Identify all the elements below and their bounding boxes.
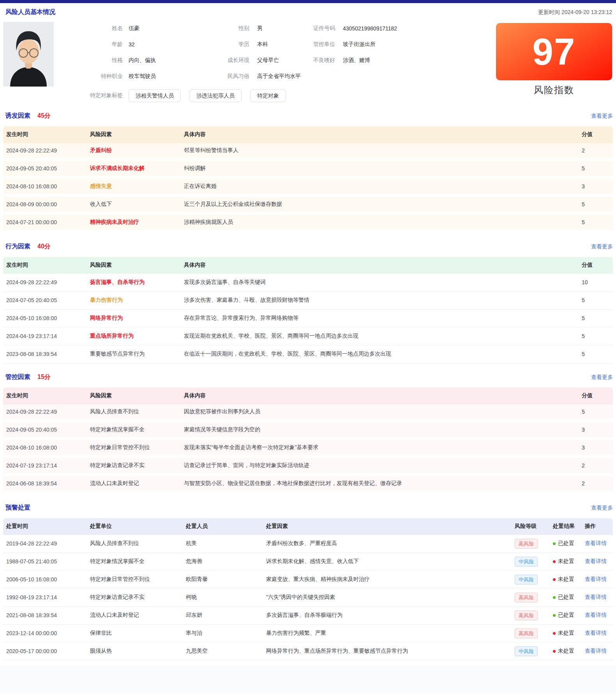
table-header-row: 发生时间 风险因素 具体内容 分值 (3, 388, 613, 404)
view-more-link[interactable]: 查看更多 (591, 374, 613, 381)
cell-score: 5 (582, 409, 613, 415)
special-object-tag: 涉相关警情人员 (129, 89, 181, 102)
cell-score: 5 (582, 333, 613, 339)
cell-time: 2024-09-05 20:40:05 (3, 165, 90, 172)
field-label: 证件号码 (312, 25, 335, 32)
profile-fields-col1: 姓名 伍豪 年龄 32 性格 内向、偏执 特种职业 (70, 20, 203, 84)
view-detail-link[interactable]: 查看详情 (585, 576, 607, 582)
risk-level-badge: 中风险 (515, 575, 538, 584)
view-more-link[interactable]: 查看更多 (591, 113, 613, 120)
cell-unit: 流动人口未及时登记 (90, 612, 186, 619)
view-detail-link[interactable]: 查看详情 (585, 648, 607, 654)
status-dot-icon (553, 560, 556, 563)
cell-detail: 存在异常言论、异常搜索行为、异常网络购物等 (184, 315, 582, 322)
risk-index-panel: 97 风险指数 (496, 23, 612, 96)
table-row: 2023-12-14 00:00:00 保律非比 率与治 暴力伤害行为频繁、严重… (3, 625, 613, 643)
col-header-time: 处置时间 (3, 523, 90, 530)
table-row: 2024-08-09 00:00:00 收入低下 近三个月及以上无公积金或社保缴… (3, 197, 613, 215)
cell-unit: 眼须从热 (90, 648, 186, 655)
cell-time: 2024-06-08 18:39:54 (3, 480, 90, 487)
cell-unit: 保律非比 (90, 630, 186, 637)
cell-unit: 特定对象情况掌握不全 (90, 558, 186, 565)
table-row: 1988-07-05 21:40:05 特定对象情况掌握不全 危海善 诉求长期未… (3, 553, 613, 571)
table-row: 2023-08-08 18:39:54 重要敏感节点异常行为 在临近十一国庆期间… (3, 345, 613, 363)
cell-detail: 涉多次伤害、家庭暴力、斗殴、故意损毁财物等警情 (184, 297, 582, 304)
view-detail-link[interactable]: 查看详情 (585, 540, 607, 546)
cell-result: 未处置 (553, 558, 585, 565)
cell-factor: 暴力伤害行为频繁、严重 (266, 630, 515, 637)
field-value: 430502199809171182 (343, 25, 397, 32)
cell-time: 2024-08-10 16:08:00 (3, 183, 90, 189)
cell-result: 未处置 (553, 648, 585, 655)
profile-fields-col3: 证件号码 430502199809171182 管控单位 坡子街派出所 不良嗜好… (312, 20, 397, 84)
col-header-action: 操作 (585, 523, 613, 530)
profile-field: 性格 内向、偏执 (70, 52, 203, 68)
cell-risk-level: 中风险 (515, 646, 553, 656)
risk-level-badge: 中风险 (515, 557, 538, 567)
cell-person: 九思美空 (186, 648, 266, 655)
cell-person: 危海善 (186, 558, 266, 565)
col-header-time: 发生时间 (3, 131, 90, 138)
cell-detail: 邻里等纠纷警情当事人 (184, 147, 582, 154)
table-row: 2019-04-28 22:22:49 风险人员排查不到位 杭美 矛盾纠纷次数多… (3, 535, 613, 553)
risk-level-badge: 高风险 (515, 593, 538, 602)
view-detail-link[interactable]: 查看详情 (585, 612, 607, 618)
section-title: 预警处置 (5, 504, 30, 512)
status-dot-icon (553, 542, 556, 545)
cell-risk-factor: 扬言滋事、自杀等行为 (90, 279, 184, 286)
cell-risk-factor: 感情失意 (90, 183, 184, 190)
profile-field: 姓名 伍豪 (70, 20, 203, 36)
cell-time: 2019-04-28 22:22:49 (3, 540, 90, 547)
view-detail-link[interactable]: 查看详情 (585, 630, 607, 636)
cell-risk-level: 高风险 (515, 539, 553, 549)
section-title: 管控因素 (5, 373, 30, 381)
cell-risk-level: 高风险 (515, 628, 553, 638)
cell-time: 2024-05-10 16:08:00 (3, 315, 90, 321)
cell-time: 2024-09-28 22:22:49 (3, 279, 90, 285)
cell-time: 1988-07-05 21:40:05 (3, 558, 90, 565)
col-header-score: 分值 (582, 131, 613, 138)
field-label: 年龄 (70, 41, 123, 48)
table-row: 2024-09-28 22:22:49 风险人员排查不到位 因故意犯罪被作出刑事… (3, 404, 613, 422)
cell-result: 已处置 (553, 594, 585, 601)
field-value: 涉酒、赌博 (343, 57, 370, 64)
section-score: 40分 (37, 243, 51, 251)
field-label: 特种职业 (70, 73, 123, 80)
cell-time: 2024-09-28 22:22:49 (3, 147, 90, 154)
view-more-link[interactable]: 查看更多 (591, 243, 613, 250)
cell-action: 查看详情 (585, 630, 613, 637)
profile-field: 年龄 32 (70, 36, 203, 52)
cell-person: 欧阳青馨 (186, 576, 266, 583)
field-value: 父母早亡 (257, 57, 312, 64)
view-more-link[interactable]: 查看更多 (591, 505, 613, 512)
cell-time: 2006-05-10 16:08:00 (3, 576, 90, 582)
cell-risk-factor: 矛盾纠纷 (90, 147, 184, 154)
section-behavior-factors: 行为因素 40分 查看更多 发生时间 风险因素 具体内容 分值 2024-09-… (3, 243, 613, 363)
section-score: 45分 (37, 112, 51, 120)
table-row: 2024-04-19 23:17:14 重点场所异常行为 发现近期在党政机关、学… (3, 328, 613, 345)
cell-action: 查看详情 (585, 540, 613, 547)
cell-risk-factor: 网络异常行为 (90, 315, 184, 322)
table-row: 2021-08-08 18:39:54 流动人口未及时登记 邱东妍 多次扬言滋事… (3, 607, 613, 625)
field-value: 高于全省平均水平 (257, 73, 312, 80)
table-header-row: 处置时间 处置单位 处置人员 处置因素 风险等级 处置结果 操作 (3, 518, 613, 535)
view-detail-link[interactable]: 查看详情 (585, 558, 607, 564)
cell-time: 2023-12-14 00:00:00 (3, 630, 90, 636)
cell-score: 3 (582, 444, 613, 451)
page-header: 风险人员基本情况 更新时间 2024-09-20 13:23:12 (0, 3, 616, 16)
field-value: 伍豪 (129, 25, 203, 32)
status-dot-icon (553, 596, 556, 599)
field-label: 性格 (70, 57, 123, 64)
view-detail-link[interactable]: 查看详情 (585, 594, 607, 600)
status-dot-icon (553, 578, 556, 581)
table-row: 2024-07-21 00:00:00 精神疾病未及时治疗 涉精神疾病就医人员 … (3, 215, 613, 233)
field-value: 32 (129, 41, 203, 48)
result-text: 未处置 (558, 648, 574, 654)
risk-score-box: 97 (496, 23, 612, 80)
table-body: 2024-09-28 22:22:49 矛盾纠纷 邻里等纠纷警情当事人 2 20… (3, 143, 613, 233)
field-label: 不良嗜好 (312, 57, 335, 64)
col-header-factor: 处置因素 (266, 523, 515, 530)
field-label: 管控单位 (312, 41, 335, 48)
cell-score: 5 (582, 165, 613, 172)
col-header-factor: 风险因素 (90, 262, 184, 269)
